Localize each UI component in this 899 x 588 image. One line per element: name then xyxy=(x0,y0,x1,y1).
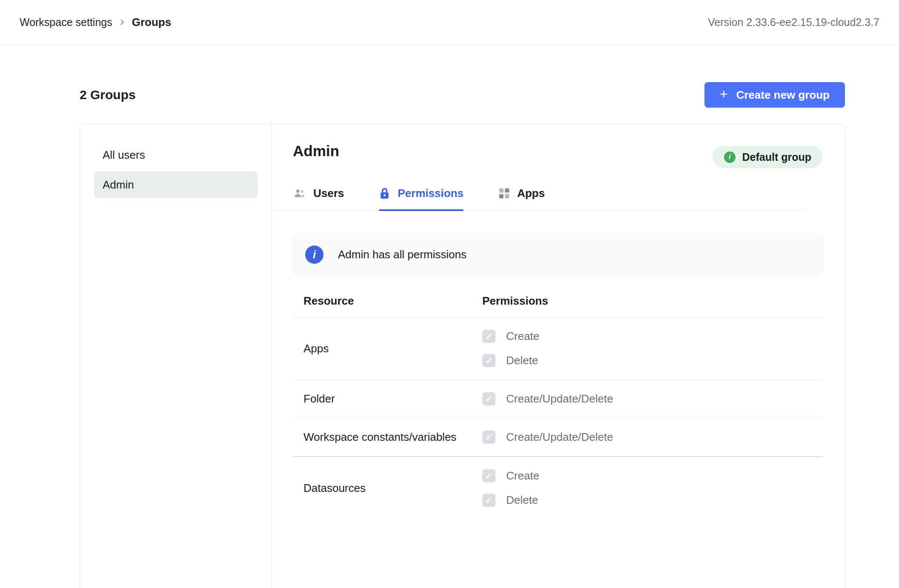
apps-delete-checkbox[interactable]: ✓ xyxy=(482,354,495,367)
tab-apps-label: Apps xyxy=(517,187,545,200)
datasources-delete-checkbox[interactable]: ✓ xyxy=(482,494,495,507)
tab-apps[interactable]: Apps xyxy=(498,187,545,210)
sidebar-item-label: Admin xyxy=(103,178,134,191)
breadcrumb: Workspace settings › Groups xyxy=(20,16,171,29)
permission-line: ✓ Delete xyxy=(482,488,823,512)
lock-icon xyxy=(379,187,390,200)
workspace-constants-cud-checkbox[interactable]: ✓ xyxy=(482,431,495,444)
check-icon: ✓ xyxy=(485,496,493,505)
default-group-badge: i Default group xyxy=(713,146,823,168)
info-icon: i xyxy=(724,151,736,163)
apps-create-checkbox[interactable]: ✓ xyxy=(482,330,495,343)
permission-label: Create/Update/Delete xyxy=(506,431,613,444)
table-row-apps: Apps ✓ Create ✓ Delete xyxy=(293,317,823,380)
tab-permissions-label: Permissions xyxy=(398,187,464,200)
resource-label: Folder xyxy=(293,392,482,405)
main-content: 2 Groups + Create new group All users Ad… xyxy=(80,82,845,588)
info-icon: i xyxy=(305,245,324,264)
resource-label: Workspace constants/variables xyxy=(293,431,482,444)
table-header-row: Resource Permissions xyxy=(293,294,823,317)
groups-count-title: 2 Groups xyxy=(80,88,136,102)
resource-label: Datasources xyxy=(293,482,482,495)
version-label: Version 2.33.6-ee2.15.19-cloud2.3.7 xyxy=(708,16,879,29)
check-icon: ✓ xyxy=(485,471,493,480)
check-icon: ✓ xyxy=(485,394,493,403)
sidebar-item-all-users[interactable]: All users xyxy=(94,142,258,168)
permission-line: ✓ Create/Update/Delete xyxy=(482,387,823,411)
permission-line: ✓ Create/Update/Delete xyxy=(482,425,823,449)
groups-sidebar: All users Admin xyxy=(80,124,272,588)
permission-label: Delete xyxy=(506,354,538,367)
permission-label: Create xyxy=(506,469,539,482)
default-group-badge-label: Default group xyxy=(742,151,812,163)
tab-users-label: Users xyxy=(313,187,344,200)
plus-icon: + xyxy=(720,87,728,101)
permission-label: Delete xyxy=(506,494,538,507)
check-icon: ✓ xyxy=(485,356,493,365)
permission-label: Create xyxy=(506,330,539,343)
permission-line: ✓ Delete xyxy=(482,348,823,373)
breadcrumb-workspace-settings[interactable]: Workspace settings xyxy=(20,16,112,29)
top-header: Workspace settings › Groups Version 2.33… xyxy=(0,0,899,45)
permission-line: ✓ Create xyxy=(482,464,823,488)
datasources-create-checkbox[interactable]: ✓ xyxy=(482,469,495,482)
users-icon xyxy=(293,188,306,199)
table-row-workspace-constants: Workspace constants/variables ✓ Create/U… xyxy=(293,418,823,457)
folder-cud-checkbox[interactable]: ✓ xyxy=(482,392,495,405)
groups-card: All users Admin Admin i Default group xyxy=(80,123,845,588)
permission-label: Create/Update/Delete xyxy=(506,392,613,405)
group-detail-panel: Admin i Default group xyxy=(272,124,845,588)
grid-icon xyxy=(498,188,510,199)
create-new-group-button[interactable]: + Create new group xyxy=(704,82,845,108)
tab-permissions[interactable]: Permissions xyxy=(379,187,464,210)
tab-users[interactable]: Users xyxy=(293,187,344,210)
check-icon: ✓ xyxy=(485,332,493,341)
tab-bar: Users Permissions xyxy=(272,187,804,211)
page-head: 2 Groups + Create new group xyxy=(80,82,845,108)
info-banner: i Admin has all permissions xyxy=(293,234,823,275)
sidebar-item-admin[interactable]: Admin xyxy=(94,171,258,198)
info-banner-text: Admin has all permissions xyxy=(338,248,467,261)
resource-column-header: Resource xyxy=(293,294,482,308)
permissions-column-header: Permissions xyxy=(482,294,823,308)
breadcrumb-groups: Groups xyxy=(132,16,171,29)
table-row-folder: Folder ✓ Create/Update/Delete xyxy=(293,380,823,418)
chevron-right-icon: › xyxy=(120,15,124,28)
resource-label: Apps xyxy=(293,342,482,355)
sidebar-item-label: All users xyxy=(103,148,145,162)
table-row-datasources: Datasources ✓ Create ✓ Delete xyxy=(293,457,823,519)
permissions-table: Resource Permissions Apps ✓ Create ✓ Del… xyxy=(293,294,823,519)
permission-line: ✓ Create xyxy=(482,324,823,348)
group-title: Admin xyxy=(293,143,339,160)
group-detail-head: Admin i Default group xyxy=(293,143,823,168)
create-new-group-label: Create new group xyxy=(736,88,830,102)
check-icon: ✓ xyxy=(485,433,493,442)
